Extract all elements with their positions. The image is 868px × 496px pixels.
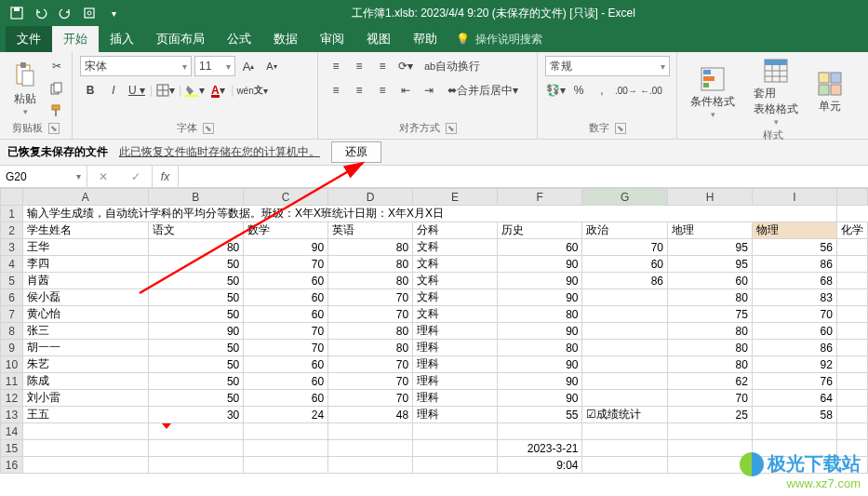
underline-icon[interactable]: U ▾ [127,80,147,101]
cell[interactable]: 2023-3-21 [498,440,582,457]
cell[interactable]: 王五 [22,407,148,423]
cell[interactable]: 48 [328,407,413,423]
cell[interactable] [148,457,244,474]
cell[interactable]: 80 [498,340,582,356]
cell[interactable]: 25 [668,407,753,423]
cell[interactable]: 80 [328,273,413,289]
format-painter-icon[interactable] [47,101,67,121]
cell[interactable] [22,440,148,457]
menu-view[interactable]: 视图 [355,26,402,52]
restore-button[interactable]: 还原 [331,141,381,163]
menu-review[interactable]: 审阅 [309,26,355,52]
cell[interactable] [413,440,498,457]
cell[interactable]: 64 [752,390,836,407]
align-launcher[interactable]: ⬊ [446,123,457,134]
decrease-indent-icon[interactable]: ⇤ [395,80,416,101]
cell[interactable]: 侯小磊 [22,289,148,306]
formula-input[interactable] [179,166,868,187]
cell[interactable]: 95 [668,256,753,273]
increase-decimal-icon[interactable]: .00→ [615,80,637,101]
cell[interactable]: 90 [498,390,582,407]
align-right-icon[interactable]: ≡ [372,80,393,101]
cell[interactable] [244,457,328,474]
cell[interactable] [668,423,753,440]
increase-indent-icon[interactable]: ⇥ [419,80,439,101]
spreadsheet-grid[interactable]: ABCDEFGHI1输入学生成绩，自动统计学科的平均分等数据。班级：X年X班统计… [0,188,868,474]
cell[interactable]: 92 [752,356,836,373]
cell[interactable] [413,423,498,440]
align-middle-icon[interactable]: ≡ [349,56,369,76]
cell[interactable]: 83 [752,289,836,306]
undo-icon[interactable] [30,3,52,23]
row-header[interactable]: 4 [1,256,23,273]
cell[interactable]: 80 [148,239,244,256]
select-all-corner[interactable] [1,189,23,206]
column-header[interactable]: B [148,189,244,206]
fx-icon[interactable]: fx [153,166,179,187]
tell-me-search[interactable]: 💡 操作说明搜索 [448,26,550,52]
font-name-select[interactable]: 宋体▾ [80,56,192,76]
cell[interactable]: 数学 [244,222,328,239]
cell[interactable]: 70 [582,239,668,256]
cell[interactable]: 输入学生成绩，自动统计学科的平均分等数据。班级：X年X班统计日期：X年X月X日 [22,206,836,222]
cell[interactable]: 50 [148,340,244,356]
cell[interactable] [836,423,867,440]
align-top-icon[interactable]: ≡ [326,56,346,76]
cell[interactable] [328,423,413,440]
row-header[interactable]: 9 [1,340,23,356]
cell[interactable]: 60 [244,373,328,390]
cell[interactable]: 政治 [582,222,668,239]
cell[interactable]: 90 [148,323,244,340]
cell[interactable]: 90 [498,323,582,340]
cell[interactable]: 英语 [328,222,413,239]
cell[interactable]: 李四 [22,256,148,273]
row-header[interactable]: 3 [1,239,23,256]
cell[interactable]: 86 [752,256,836,273]
qat-dropdown-icon[interactable]: ▾ [102,3,125,23]
decrease-font-icon[interactable]: A▾ [261,56,282,76]
cell[interactable]: 55 [498,407,582,423]
cell[interactable]: 理科 [413,373,498,390]
border-icon[interactable]: ▾ [155,80,176,101]
cell[interactable]: 60 [244,273,328,289]
cell[interactable]: 80 [328,256,413,273]
cell[interactable] [582,390,668,407]
cell[interactable]: 76 [752,373,836,390]
cell[interactable]: 70 [668,390,753,407]
cell[interactable]: 60 [244,390,328,407]
cell[interactable]: 分科 [413,222,498,239]
cell[interactable]: 学生姓名 [22,222,148,239]
cell[interactable] [244,423,328,440]
comma-icon[interactable]: , [592,80,612,101]
column-header[interactable]: C [244,189,328,206]
column-header[interactable]: E [413,189,498,206]
cell[interactable] [836,256,867,273]
decrease-decimal-icon[interactable]: ←.00 [640,80,662,101]
row-header[interactable]: 16 [1,457,23,474]
cell[interactable]: 理科 [413,340,498,356]
column-header[interactable]: F [498,189,582,206]
cell[interactable]: 陈成 [22,373,148,390]
name-box[interactable]: G20▾ [0,166,87,187]
cell[interactable] [498,423,582,440]
cell[interactable]: 90 [498,373,582,390]
cell[interactable]: 90 [498,289,582,306]
column-header[interactable]: A [22,189,148,206]
cell[interactable]: 60 [244,289,328,306]
cell[interactable]: 文科 [413,273,498,289]
redo-icon[interactable] [54,3,76,23]
cell[interactable]: 70 [328,390,413,407]
column-header[interactable] [836,189,867,206]
preview-icon[interactable] [78,3,100,23]
cell[interactable] [836,239,867,256]
cell[interactable]: 95 [668,239,753,256]
cell[interactable]: 50 [148,356,244,373]
cell[interactable]: 70 [328,306,413,323]
fill-color-icon[interactable]: ▾ [184,80,205,101]
align-center-icon[interactable]: ≡ [349,80,369,101]
bold-icon[interactable]: B [80,80,100,101]
cell[interactable]: 物理 [752,222,836,239]
cell[interactable]: 胡一一 [22,340,148,356]
cell[interactable]: 60 [244,306,328,323]
cell[interactable]: 理科 [413,356,498,373]
